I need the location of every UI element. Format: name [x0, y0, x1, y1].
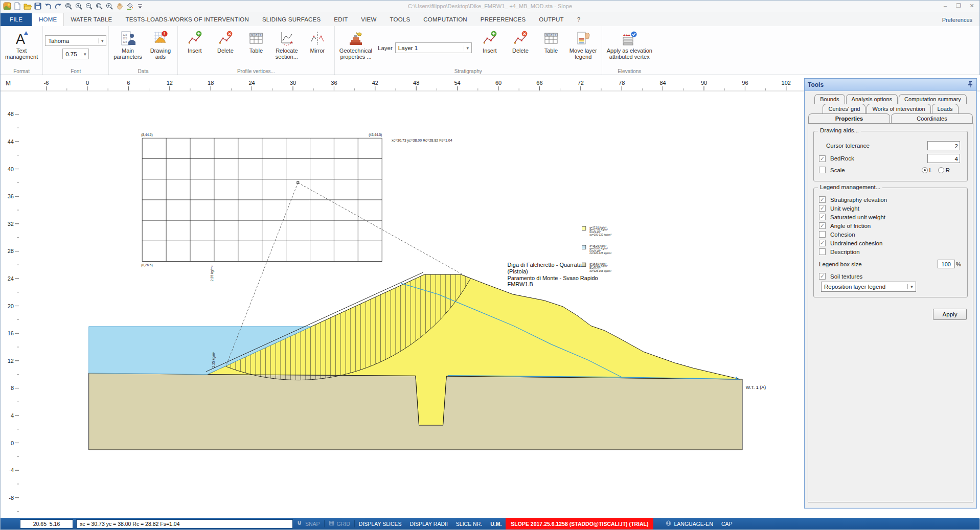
svg-text:84: 84: [659, 80, 666, 86]
checkbox-label: Unit weight: [828, 205, 963, 212]
app-logo-icon[interactable]: [3, 2, 11, 11]
tab-properties[interactable]: Properties: [808, 113, 890, 123]
zoom-in-icon[interactable]: [74, 2, 83, 11]
stratigraphy-elevation-checkbox[interactable]: ✓: [819, 196, 826, 203]
scale-right-radio[interactable]: [938, 167, 944, 173]
grid-toggle[interactable]: GRID: [325, 518, 354, 529]
display-slices-toggle[interactable]: DISPLAY SLICES: [355, 518, 406, 529]
slice-nr-toggle[interactable]: SLICE NR.: [452, 518, 486, 529]
font-family-combo[interactable]: Tahoma▾: [45, 35, 106, 46]
tab-analysis-options[interactable]: Analysis options: [846, 94, 898, 104]
pin-icon[interactable]: [967, 80, 973, 89]
combo-arrow-icon[interactable]: ▾: [81, 52, 88, 57]
undo-icon[interactable]: [43, 2, 52, 11]
redo-icon[interactable]: [54, 2, 62, 11]
ribbon-group-profile-vertices-: InsertDeleteNXYTableRelocate section...M…: [177, 26, 334, 75]
undrained-cohesion-checkbox[interactable]: ✓: [819, 240, 826, 246]
font-size-combo[interactable]: 0.75▾: [62, 49, 89, 59]
bedrock-input[interactable]: 4: [927, 154, 960, 163]
svg-text:-4: -4: [9, 467, 14, 473]
menu-tab-view[interactable]: VIEW: [354, 13, 383, 26]
cursor-coordinates-box: 20.65 5.16: [20, 519, 73, 528]
description-checkbox[interactable]: [819, 248, 826, 255]
combo-arrow-icon[interactable]: ▾: [464, 45, 471, 51]
drawing-aids-button[interactable]: !Drawing aids: [146, 28, 175, 62]
menu-tab-sliding-surfaces[interactable]: SLIDING SURFACES: [256, 13, 327, 26]
menu-tab--[interactable]: ?: [571, 13, 587, 26]
tab-works-of-intervention[interactable]: Works of intervention: [867, 104, 930, 113]
svg-text:!: !: [164, 31, 165, 36]
svg-text:24: 24: [248, 80, 255, 86]
delete-vertex-button[interactable]: Delete: [211, 28, 240, 56]
zoom-out-icon[interactable]: [84, 2, 93, 11]
minimize-button[interactable]: –: [939, 1, 952, 11]
pan-icon[interactable]: [115, 2, 124, 11]
svg-text:6: 6: [127, 80, 130, 86]
zoom-extents-icon[interactable]: [64, 2, 73, 11]
ribbon-group-data: 123123123Main parameters!Drawing aidsDat…: [108, 26, 177, 75]
save-icon[interactable]: [33, 2, 42, 11]
scale-checkbox[interactable]: [819, 167, 826, 173]
maximize-button[interactable]: ❐: [952, 1, 965, 11]
close-button[interactable]: ✕: [965, 1, 978, 11]
apply-elevation-button[interactable]: +++Apply as elevation attributed vertex: [604, 28, 655, 62]
combo-arrow-icon[interactable]: ▾: [98, 38, 106, 43]
zoom-window-icon[interactable]: [95, 2, 103, 11]
menu-tab-tests-loads-works-of-intervention[interactable]: TESTS-LOADS-WORKS OF INTERVENTION: [119, 13, 256, 26]
menu-tab-water-table[interactable]: WATER TABLE: [64, 13, 119, 26]
geotechnical-properties-button[interactable]: Geotechnical properties ...: [337, 28, 375, 62]
slip-radius-line: [298, 182, 470, 279]
soil-textures-checkbox[interactable]: ✓: [819, 273, 826, 280]
insert-layer-button[interactable]: Insert: [475, 28, 505, 56]
menu-tab-edit[interactable]: EDIT: [327, 13, 354, 26]
snap-toggle[interactable]: SNAP: [293, 518, 324, 529]
menu-tab-tools[interactable]: TOOLS: [383, 13, 417, 26]
menu-tab-computation[interactable]: COMPUTATION: [417, 13, 473, 26]
bedrock-checkbox[interactable]: ✓: [819, 155, 826, 162]
svg-text:123: 123: [123, 37, 127, 40]
dropdown-arrow-icon[interactable]: ▾: [907, 284, 916, 289]
tab-loads[interactable]: Loads: [932, 104, 959, 113]
tab-computation-summary[interactable]: Computation summary: [899, 94, 967, 104]
menu-tab-file[interactable]: FILE: [1, 13, 32, 26]
saturated-unit-weight-checkbox[interactable]: ✓: [819, 214, 826, 220]
tools-panel-header[interactable]: Tools: [805, 79, 976, 91]
unit-weight-checkbox[interactable]: ✓: [819, 205, 826, 212]
tab-coordinates[interactable]: Coordinates: [891, 113, 973, 123]
mirror-button[interactable]: Mirror: [303, 28, 332, 56]
svg-text:18: 18: [208, 80, 214, 86]
language-button[interactable]: LANGUAGE-EN: [662, 518, 717, 529]
cursor-tolerance-input[interactable]: 2: [927, 141, 960, 150]
fill-color-icon[interactable]: [125, 2, 134, 11]
layer-combo[interactable]: Layer 1▾: [395, 42, 472, 53]
angle-of-friction-checkbox[interactable]: ✓: [819, 222, 826, 229]
text-management-button[interactable]: AText management: [3, 28, 40, 62]
zoom-previous-icon[interactable]: [105, 2, 113, 11]
more-dropdown-icon[interactable]: [135, 2, 144, 11]
menu-tab-output[interactable]: OUTPUT: [532, 13, 570, 26]
um-button[interactable]: U.M.: [486, 518, 506, 529]
new-file-icon[interactable]: [13, 2, 21, 11]
display-radii-toggle[interactable]: DISPLAY RADII: [406, 518, 452, 529]
insert-vertex-button[interactable]: Insert: [180, 28, 210, 56]
tab-centres-grid[interactable]: Centres' grid: [823, 104, 865, 113]
menu-tab-preferences[interactable]: PREFERENCES: [474, 13, 532, 26]
layer-table-button[interactable]: NXYTable: [536, 28, 566, 56]
delete-vertex-icon: [512, 30, 529, 47]
legend-box-size-input[interactable]: 100: [938, 260, 955, 268]
apply-button[interactable]: Apply: [933, 309, 967, 320]
delete-layer-button[interactable]: Delete: [506, 28, 535, 56]
move-layer-legend-button[interactable]: Move layer legend: [567, 28, 600, 62]
preferences-link[interactable]: Preferences: [935, 14, 979, 26]
vertex-table-button[interactable]: NXYTable: [241, 28, 271, 56]
relocate-section-button[interactable]: Relocate section...: [272, 28, 302, 62]
menu-tab-home[interactable]: HOME: [32, 13, 64, 26]
reposition-layer-legend-dropdown[interactable]: Reposition layer legend ▾: [821, 282, 916, 292]
open-file-icon[interactable]: [23, 2, 32, 11]
scale-left-radio[interactable]: [922, 167, 928, 173]
main-parameters-button[interactable]: 123123123Main parameters: [111, 28, 145, 62]
tab-bounds[interactable]: Bounds: [814, 94, 845, 104]
drawing-aids-icon: !: [152, 30, 169, 47]
cohesion-checkbox[interactable]: [819, 231, 826, 238]
svg-text:96: 96: [742, 80, 748, 86]
